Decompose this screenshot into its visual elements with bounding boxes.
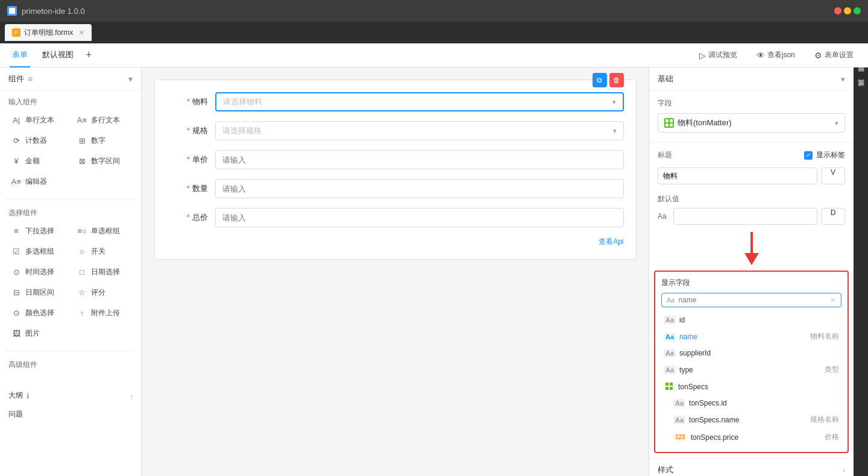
- comp-image[interactable]: 🖼 图片: [6, 324, 69, 342]
- field-item-tonSpecs-price[interactable]: 123 tonSpecs.price 价格: [661, 428, 841, 446]
- field-tonSpecs-price-name: tonSpecs.price: [691, 433, 825, 442]
- right-panel-header: 基础 ▾: [649, 67, 854, 91]
- comp-radio-group[interactable]: ≡○ 单选框组: [72, 222, 135, 240]
- svg-rect-9: [665, 387, 668, 390]
- tab-default-view[interactable]: 默认视图: [40, 43, 76, 67]
- eye-icon: 👁: [756, 51, 765, 60]
- comp-number[interactable]: ⊞ 数字: [72, 131, 135, 149]
- field-item-tonSpecs[interactable]: tonSpecs: [661, 378, 841, 395]
- svg-rect-0: [9, 8, 15, 14]
- field-item-supplierId[interactable]: Aa supplierId: [661, 345, 841, 361]
- comp-dropdown[interactable]: ≡ 下拉选择: [6, 222, 69, 240]
- close-btn[interactable]: [834, 7, 841, 14]
- control-unit-price: [215, 150, 624, 169]
- dropdown-icon: ≡: [11, 225, 22, 236]
- debug-preview-btn[interactable]: ▷ 调试预览: [694, 48, 742, 63]
- outline-section[interactable]: 大纲 ℹ ›: [0, 386, 141, 406]
- issues-item[interactable]: 问题: [0, 406, 141, 423]
- field-item-type[interactable]: Aa type 类型: [661, 361, 841, 378]
- comp-toggle[interactable]: ○ 开关: [72, 242, 135, 260]
- show-label-checkbox[interactable]: ✓: [804, 151, 813, 160]
- title-label: 标题: [658, 150, 672, 160]
- suffix-input[interactable]: V: [821, 168, 845, 184]
- comp-file-upload[interactable]: ↑ 附件上传: [72, 304, 135, 322]
- left-panel: 组件 ≡ ▾ 输入组件 A| 单行文本 A≡ 多行文本 ⟳ 计数器: [0, 67, 142, 476]
- comp-amount[interactable]: ¥ 金额: [6, 152, 69, 170]
- form-card: 物料 ⧉ 🗑 请选择物料 ▾ 规格: [154, 80, 637, 260]
- comp-color-picker[interactable]: ⊙ 颜色选择: [6, 304, 69, 322]
- input-components-grid: A| 单行文本 A≡ 多行文本 ⟳ 计数器 ⊞ 数字 ¥ 金额: [0, 111, 141, 196]
- panel-collapse-icon[interactable]: ▾: [128, 74, 133, 84]
- display-field-search-input[interactable]: [678, 296, 826, 304]
- divider-2: [6, 351, 135, 351]
- default-value-input[interactable]: [673, 208, 817, 225]
- maximize-btn[interactable]: [854, 7, 861, 14]
- multi-text-icon: A≡: [77, 114, 87, 125]
- comp-time-picker[interactable]: ⊙ 时间选择: [6, 263, 69, 281]
- show-label-text: 显示标签: [816, 150, 845, 160]
- field-name-label: 物料名称: [810, 331, 839, 342]
- field-item-tonSpecs-name[interactable]: Aa tonSpecs.name 规格名称: [661, 411, 841, 428]
- right-panel: 基础 ▾ 字段 物料(tonMatter) ▾: [649, 67, 854, 476]
- comp-single-text[interactable]: A| 单行文本: [6, 111, 69, 129]
- comp-date-range[interactable]: ⊟ 日期区间: [6, 283, 69, 301]
- form-row-spec: 规格 请选择规格 ▾: [167, 121, 624, 140]
- spec-select[interactable]: 请选择规格 ▾: [215, 121, 624, 140]
- comp-number-range[interactable]: ⊠ 数字区间: [72, 152, 135, 170]
- right-panel-collapse-icon[interactable]: ▾: [841, 75, 845, 84]
- tab-table[interactable]: 表单: [10, 43, 30, 67]
- far-right-sidebar: 数据源 离线资源: [854, 67, 868, 476]
- form-settings-btn[interactable]: ⚙ 表单设置: [810, 48, 858, 63]
- field-item-name[interactable]: Aa name 物料名称: [661, 328, 841, 345]
- tab-file-icon: F: [12, 28, 20, 37]
- issues-label: 问题: [8, 409, 23, 419]
- default-value-section: 默认值 Aa D: [649, 189, 854, 230]
- view-json-btn[interactable]: 👁 查看json: [752, 48, 800, 63]
- tab-close-btn[interactable]: ×: [79, 28, 84, 37]
- comp-editor[interactable]: A≡ 编辑器: [6, 172, 69, 190]
- far-right-offline-resource[interactable]: 离线资源: [854, 87, 868, 96]
- minimize-btn[interactable]: [844, 7, 851, 14]
- form-row-total-price: 总价: [167, 208, 624, 227]
- search-clear-icon[interactable]: ✕: [830, 296, 836, 304]
- comp-date-picker[interactable]: □ 日期选择: [72, 263, 135, 281]
- total-price-input[interactable]: [215, 208, 624, 227]
- svg-rect-3: [665, 124, 668, 127]
- gear-icon: ⚙: [814, 51, 822, 60]
- tab-label: 订单明细.formx: [24, 28, 73, 38]
- view-api-link[interactable]: 查看Api: [599, 237, 623, 246]
- quantity-input[interactable]: [215, 179, 624, 198]
- comp-counter[interactable]: ⟳ 计数器: [6, 131, 69, 149]
- add-tab-btn[interactable]: +: [86, 49, 92, 61]
- rating-icon: ☆: [77, 287, 87, 298]
- select-section-label: 选择组件: [0, 202, 141, 222]
- default-d-btn[interactable]: D: [821, 208, 845, 225]
- color-picker-icon: ⊙: [11, 307, 22, 318]
- red-arrow-icon: [740, 232, 764, 268]
- field-item-tonSpecs-id[interactable]: Aa tonSpecs.id: [661, 395, 841, 411]
- copy-field-btn[interactable]: ⧉: [593, 73, 607, 87]
- unit-price-input[interactable]: [215, 150, 624, 169]
- control-total-price: [215, 208, 624, 227]
- title-input[interactable]: [658, 168, 817, 184]
- comp-rating[interactable]: ☆ 评分: [72, 283, 135, 301]
- file-tab[interactable]: F 订单明细.formx ×: [5, 24, 92, 41]
- style-section[interactable]: 样式 ›: [649, 458, 854, 476]
- field-tonSpecs-name-label: 规格名称: [810, 415, 839, 425]
- time-picker-icon: ⊙: [11, 266, 22, 277]
- svg-rect-1: [665, 119, 668, 122]
- date-range-icon: ⊟: [11, 287, 22, 298]
- comp-multi-text[interactable]: A≡ 多行文本: [72, 111, 135, 129]
- material-select[interactable]: 请选择物料 ▾: [215, 92, 624, 111]
- comp-multi-select[interactable]: ☑ 多选框组: [6, 242, 69, 260]
- field-selector[interactable]: 物料(tonMatter) ▾: [658, 113, 845, 133]
- editor-icon: A≡: [11, 176, 22, 187]
- spec-arrow-icon: ▾: [613, 127, 617, 135]
- divider-prop-1: [649, 142, 854, 143]
- delete-field-btn[interactable]: 🗑: [609, 73, 624, 87]
- field-item-id[interactable]: Aa id: [661, 312, 841, 328]
- control-quantity: [215, 179, 624, 198]
- divider-1: [6, 199, 135, 199]
- far-right-data-source[interactable]: 数据源: [854, 72, 868, 82]
- label-quantity: 数量: [167, 183, 215, 194]
